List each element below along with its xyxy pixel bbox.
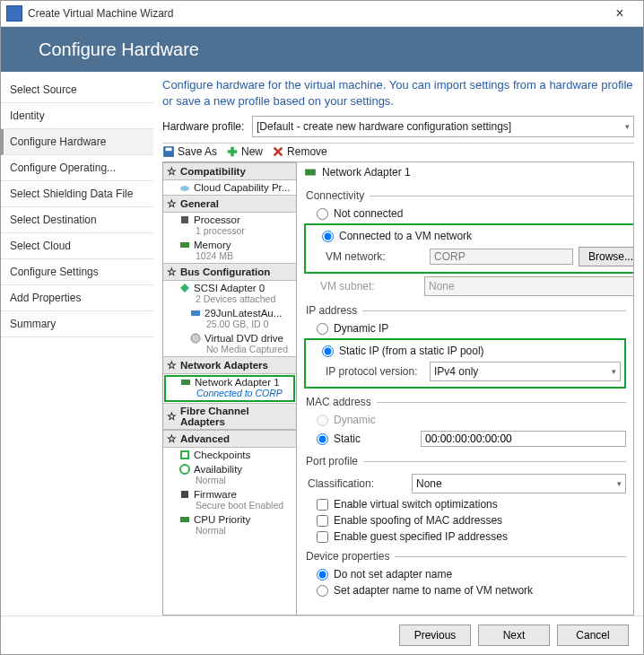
svg-point-14 [180, 465, 189, 474]
svg-rect-7 [181, 216, 188, 223]
toolbar: Save As New Remove [162, 143, 634, 162]
hardware-tree[interactable]: ☆Compatibility Cloud Capability Pr... ☆G… [163, 162, 297, 615]
dvd-icon [190, 333, 201, 344]
group-network[interactable]: ☆Network Adapters [163, 356, 296, 374]
radio-mac-static[interactable]: Static [304, 431, 415, 447]
ip-proto-select[interactable]: IPv4 only▾ [430, 362, 621, 381]
next-button[interactable]: Next [478, 624, 550, 646]
previous-button[interactable]: Previous [399, 624, 471, 646]
group-connectivity: Connectivity Not connected Connected to … [304, 189, 633, 299]
save-as-button[interactable]: Save As [162, 145, 217, 158]
item-disk[interactable]: 29JunLatestAu...25.00 GB, ID 0 [163, 306, 296, 331]
disk-icon [190, 308, 201, 319]
nav-identity[interactable]: Identity [1, 103, 153, 129]
group-fc[interactable]: ☆Fibre Channel Adapters [163, 403, 296, 430]
radio-dynamic-ip[interactable]: Dynamic IP [304, 320, 626, 336]
svg-rect-12 [181, 380, 190, 385]
radio-adapter-name-vmnet[interactable]: Set adapter name to name of VM network [304, 582, 626, 598]
group-general[interactable]: ☆General [163, 195, 296, 213]
group-compatibility[interactable]: ☆Compatibility [163, 162, 296, 180]
checkpoint-icon [179, 450, 190, 460]
group-device-props: Device properties Do not set adapter nam… [304, 550, 626, 598]
banner: Configure Hardware [1, 27, 643, 72]
mac-address-field[interactable] [421, 431, 626, 447]
nav-add-properties[interactable]: Add Properties [1, 285, 153, 311]
nav-select-source[interactable]: Select Source [1, 77, 153, 103]
radio-not-connected[interactable]: Not connected [304, 205, 633, 222]
props-title: Network Adapter 1 [322, 166, 411, 179]
chk-mac-spoofing[interactable]: Enable spoofing of MAC addresses [304, 512, 626, 528]
cloud-icon [179, 182, 190, 193]
plus-icon [226, 145, 239, 158]
svg-rect-17 [305, 170, 316, 176]
new-button[interactable]: New [226, 145, 263, 158]
classification-select[interactable]: None▾ [412, 474, 626, 493]
nav-shielding[interactable]: Select Shielding Data File [1, 181, 153, 207]
cancel-button[interactable]: Cancel [557, 624, 629, 646]
remove-button[interactable]: Remove [272, 145, 327, 158]
item-cpu-priority[interactable]: CPU PriorityNormal [163, 512, 296, 537]
remove-icon [272, 145, 284, 158]
nav-destination[interactable]: Select Destination [1, 207, 153, 233]
svg-rect-8 [180, 242, 189, 248]
group-port-profile: Port profile Classification: None▾ Enabl… [304, 455, 626, 545]
classification-label: Classification: [304, 477, 406, 490]
chevron-down-icon: ▾ [617, 479, 622, 488]
svg-rect-3 [228, 150, 238, 153]
browse-button[interactable]: Browse... [579, 247, 633, 266]
svg-rect-10 [191, 310, 200, 316]
item-checkpoints[interactable]: Checkpoints [163, 448, 296, 462]
group-bus[interactable]: ☆Bus Configuration [163, 263, 296, 281]
radio-connected[interactable]: Connected to a VM network [309, 228, 633, 244]
close-icon[interactable]: × [602, 5, 638, 22]
svg-rect-1 [166, 148, 172, 152]
item-processor[interactable]: Processor1 processor [163, 213, 296, 238]
item-cloud-capability[interactable]: Cloud Capability Pr... [163, 180, 296, 195]
properties-pane: Network Adapter 1 Connectivity Not conne… [297, 162, 633, 615]
memory-icon [179, 240, 190, 250]
vm-subnet-label: VM subnet: [304, 280, 419, 293]
item-dvd[interactable]: Virtual DVD driveNo Media Captured [163, 331, 296, 356]
vm-network-label: VM network: [309, 250, 424, 263]
nav-summary[interactable]: Summary [1, 311, 153, 337]
priority-icon [179, 514, 190, 525]
item-memory[interactable]: Memory1024 MB [163, 238, 296, 263]
save-icon [162, 145, 175, 158]
svg-rect-15 [181, 491, 188, 498]
group-ip: IP address Dynamic IP Static IP (from a … [304, 304, 626, 390]
item-nic1[interactable]: Network Adapter 1Connected to CORP [164, 375, 295, 402]
chevron-down-icon: ▾ [625, 122, 630, 131]
item-scsi[interactable]: SCSI Adapter 02 Devices attached [163, 281, 296, 306]
svg-marker-9 [180, 284, 189, 293]
app-icon [6, 5, 22, 22]
vm-subnet-select: None▾ [424, 276, 633, 296]
radio-static-ip[interactable]: Static IP (from a static IP pool) [309, 343, 621, 359]
nic-icon [304, 166, 317, 179]
firmware-icon [179, 489, 190, 500]
intro-text: Configure hardware for the virtual machi… [162, 77, 634, 109]
radio-mac-dynamic[interactable]: Dynamic [304, 412, 626, 428]
radio-no-adapter-name[interactable]: Do not set adapter name [304, 566, 626, 582]
svg-point-11 [191, 334, 200, 343]
nav-configure-hardware[interactable]: Configure Hardware [1, 129, 153, 155]
item-firmware[interactable]: FirmwareSecure boot Enabled [163, 487, 296, 512]
wizard-footer: Previous Next Cancel [1, 616, 643, 654]
banner-title: Configure Hardware [39, 39, 199, 60]
hw-profile-select[interactable]: [Default - create new hardware configura… [252, 116, 634, 137]
wizard-nav: Select Source Identity Configure Hardwar… [1, 72, 153, 616]
group-advanced[interactable]: ☆Advanced [163, 430, 296, 448]
item-availability[interactable]: AvailabilityNormal [163, 462, 296, 487]
chk-guest-ip[interactable]: Enable guest specified IP addresses [304, 528, 626, 545]
availability-icon [179, 464, 190, 475]
nav-cloud[interactable]: Select Cloud [1, 233, 153, 259]
svg-point-6 [180, 186, 189, 191]
chk-vswitch-opt[interactable]: Enable virtual switch optimizations [304, 496, 626, 512]
nav-settings[interactable]: Configure Settings [1, 259, 153, 285]
nic-icon [180, 377, 191, 388]
svg-rect-16 [180, 517, 189, 522]
nav-configure-os[interactable]: Configure Operating... [1, 155, 153, 181]
svg-rect-13 [181, 451, 188, 458]
group-mac: MAC address Dynamic Static [304, 396, 626, 450]
scsi-icon [179, 283, 190, 293]
hw-profile-label: Hardware profile: [162, 120, 252, 133]
